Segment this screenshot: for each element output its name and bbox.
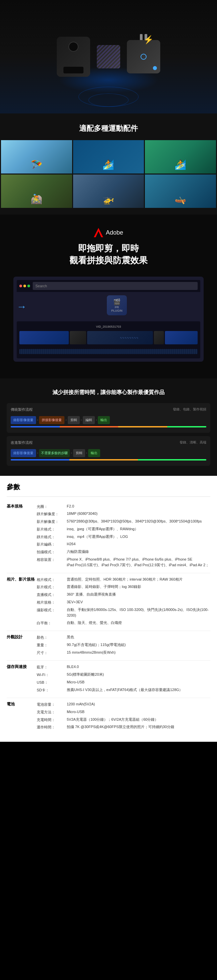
charger-device: ⚡ [127, 40, 160, 73]
search-bar-text: Search [35, 284, 47, 288]
step-export1: 輸出 [98, 416, 110, 424]
sports-image-surf1: 🏄 [73, 140, 144, 173]
clip-5 [165, 331, 198, 344]
camera-device [57, 37, 90, 77]
spec-group-title-conn: 儲存與連接 [7, 664, 37, 694]
plugin-interface: Search → 🎬 PR PLUGIN VID_20190531703 [13, 277, 204, 362]
timeline-area: VID_20190531703 [17, 321, 200, 358]
spec-row-codec: 影片編碼： H264 [37, 541, 210, 547]
splice-section: 減少拼接所需時間，讓你能專心製作最優質作品 傳統製作流程 發錄、包錄、製作視頻 … [0, 379, 217, 476]
spec-group-title-basic: 基本規格 [7, 504, 37, 570]
search-bar: Search [33, 282, 198, 290]
specs-divider [7, 496, 210, 497]
spec-row-shoot-mode: 拍攝模式： 六軸防震攝錄 [37, 549, 210, 555]
timeline-strip [19, 329, 198, 346]
clip-3 [87, 331, 153, 344]
spec-row-photo-res: 靜片解像度： 18MP (6080*3040) [37, 511, 210, 517]
spec-group-content-conn: 藍牙： BLE4.0 Wi-Fi： 5G(標準範圍距離20米) USB： Mic… [37, 664, 210, 694]
product-group: ⚡ [57, 37, 160, 77]
spec-row-weight: 重量： 90.7g(不含電池組)；115g(帶電池組) [37, 642, 210, 648]
spec-row-compatible: 相容裝置： iPhone X、iPhone8/8 plus、iPhone 7/7… [37, 557, 210, 568]
spec-row-usb: USB： Micro-USB [37, 679, 210, 686]
spec-row-live-mode: 直播模式： 360° 直播、自由選擇視角直播 [37, 592, 210, 598]
battery-device [97, 45, 120, 68]
prog-seg-3 [118, 426, 167, 428]
spec-row-bt: 藍牙： BLE4.0 [37, 664, 210, 670]
spec-group-connectivity: 儲存與連接 藍牙： BLE4.0 Wi-Fi： 5G(標準範圍距離20米) US… [7, 661, 210, 698]
prog2-seg-3 [138, 459, 206, 460]
spec-group-title-battery: 電池 [7, 702, 37, 732]
spec-group-basic: 基本規格 光圈： F2.0 靜片解像度： 18MP (6080*3040) 影片… [7, 500, 210, 573]
spec-row-video-res: 影片解像度： 5760*2880@30fps、3840*1920@50fps、3… [37, 519, 210, 525]
step2-no-extra: 不需要多餘的步驟 [39, 449, 70, 457]
spec-row-photo-mode: 相片模式： 普通拍照、定時拍照、HDR 360相片；interval 360相片… [37, 577, 210, 583]
progress-bar-1 [11, 426, 206, 428]
sports-image-bike: 🚵 [1, 175, 72, 208]
filename-tag: VID_20190531703 [19, 324, 198, 329]
spec-row-photo-fmt: 影片格式： insq、jpeg（可選擇App選擇）、RAWdng） [37, 526, 210, 533]
workflow1-label: 傳統製作流程 [11, 407, 33, 412]
specs-section: 參數 基本規格 光圈： F2.0 靜片解像度： 18MP (6080*3040)… [0, 476, 217, 742]
spec-row-white-balance: 白平衡： 自動、陰天、燈光、螢光、白熾燈 [37, 620, 210, 626]
spec-row-charge-time: 充電時間： 5V2A充電器（100分鐘）；6V/2A方充電器組（60分鐘） [37, 717, 210, 723]
step-edit2: 編輯 [83, 416, 95, 424]
spec-group-battery: 電池 電池容量： 1200 mAh(5V2A) 充電方法： Micro-USB … [7, 698, 210, 735]
sports-image-drone: 🚁 [73, 175, 144, 208]
audio-strip [19, 347, 198, 356]
interface-topbar: Search [17, 280, 200, 292]
spec-group-title-design: 外觀設計 [7, 634, 37, 657]
spec-row-color: 顏色： 黑色 [37, 634, 210, 641]
plugin-arrow-row: → 🎬 PR PLUGIN [17, 295, 200, 318]
workflow1-sublabel: 發錄、包錄、製作視頻 [173, 407, 206, 412]
sports-section: 適配多種運動配件 🪂 🏄 🏄 🚵 🚁 🛶 [0, 113, 217, 215]
adobe-logo-icon [94, 228, 103, 237]
prog2-seg-1 [11, 459, 69, 460]
step-record: 錄影影像後量 [11, 416, 36, 424]
prog2-seg-2 [69, 459, 138, 460]
spec-row-video-fmt: 靜片格式： insq、mp4（可選擇App選擇）、LOG [37, 534, 210, 540]
spec-group-content-basic: 光圈： F2.0 靜片解像度： 18MP (6080*3040) 影片解像度： … [37, 504, 210, 570]
step2-record: 錄影影像後量 [11, 449, 36, 457]
spec-group-design: 外觀設計 顏色： 黑色 重量： 90.7g(不含電池組)；115g(帶電池組) … [7, 631, 210, 661]
adobe-logo-row: Adobe [7, 228, 210, 237]
hero-section: ⚡ [0, 0, 217, 113]
workflow-improved: 改進製作流程 發錄、清晰、高端 錄影影像後量 › 不需要多餘的步驟 › 剪輯 ›… [7, 436, 210, 466]
splice-headline: 減少拼接所需時間，讓你能專心製作最優質作品 [7, 388, 210, 396]
spec-row-wifi: Wi-Fi： 5G(標準範圍距離20米) [37, 672, 210, 678]
sports-image-surf2: 🏄 [145, 140, 216, 173]
workflow1-steps: 錄影影像後量 › 拼接影像後量 › 剪輯 › 編輯 › 輸出 [11, 416, 206, 424]
spec-group-content-battery: 電池容量： 1200 mAh(5V2A) 充電方法： Micro-USB 充電時… [37, 702, 210, 732]
spec-row-sd: SD卡： 推薦UHS-I V30及以上，exFAT(FAT64)格式（最大儲存容… [37, 687, 210, 694]
plugin-icon: 🎬 PR PLUGIN [107, 295, 127, 315]
workflow2-sublabel: 發錄、清晰、高端 [180, 440, 206, 445]
adobe-brand-text: Adobe [106, 229, 123, 236]
step-splice: 拼接影像後量 [39, 416, 64, 424]
sports-image-skydive: 🪂 [1, 140, 72, 173]
specs-title: 參數 [7, 482, 210, 492]
spec-row-capture-mode: 攝影模式： 自動、手動(保持1/8000s-125s、ISO 100-3200)… [37, 607, 210, 619]
sports-image-kayak: 🛶 [145, 175, 216, 208]
spec-row-runtime: 運作時間： 拍攝 7K @30FPS或4K@60FPS限立使用的照片；可持續約3… [37, 724, 210, 730]
sports-grid-row2: 🚵 🚁 🛶 [0, 175, 217, 208]
sports-title: 適配多種運動配件 [0, 124, 217, 134]
sports-grid-row1: 🪂 🏄 🏄 [0, 140, 217, 173]
spec-group-photo-video: 相片、影片規格 相片模式： 普通拍照、定時拍照、HDR 360相片；interv… [7, 573, 210, 631]
spec-row-charge-method: 充電方法： Micro-USB [37, 709, 210, 715]
adobe-headline: 即拖即剪，即時 觀看拼接與防震效果 [7, 242, 210, 267]
spec-row-capacity: 電池容量： 1200 mAh(5V2A) [37, 702, 210, 708]
lightning-icon: ⚡ [144, 35, 153, 45]
step2-edit: 剪輯 [73, 449, 85, 457]
workflow2-steps: 錄影影像後量 › 不需要多餘的步驟 › 剪輯 › 輸出 [11, 449, 206, 457]
prog-seg-2 [60, 426, 118, 428]
prog-seg-1 [11, 426, 60, 428]
prog-seg-4 [167, 426, 206, 428]
progress-bar-2 [11, 459, 206, 460]
clip-1 [19, 331, 69, 344]
signal-rings [75, 87, 142, 107]
step-edit1: 剪輯 [68, 416, 80, 424]
spec-group-content-pv: 相片模式： 普通拍照、定時拍照、HDR 360相片；interval 360相片… [37, 577, 210, 628]
spec-group-content-design: 顏色： 黑色 重量： 90.7g(不含電池組)；115g(帶電池組) 尺寸： 1… [37, 634, 210, 657]
spec-row-size: 尺寸： 15 mmx48mmx28mm(長Wxh) [37, 650, 210, 656]
workflow-traditional: 傳統製作流程 發錄、包錄、製作視頻 錄影影像後量 › 拼接影像後量 › 剪輯 ›… [7, 403, 210, 433]
spec-row-video-mode: 影片模式： 普通錄影、延時錄影、子彈時間；log 360錄影 [37, 584, 210, 590]
